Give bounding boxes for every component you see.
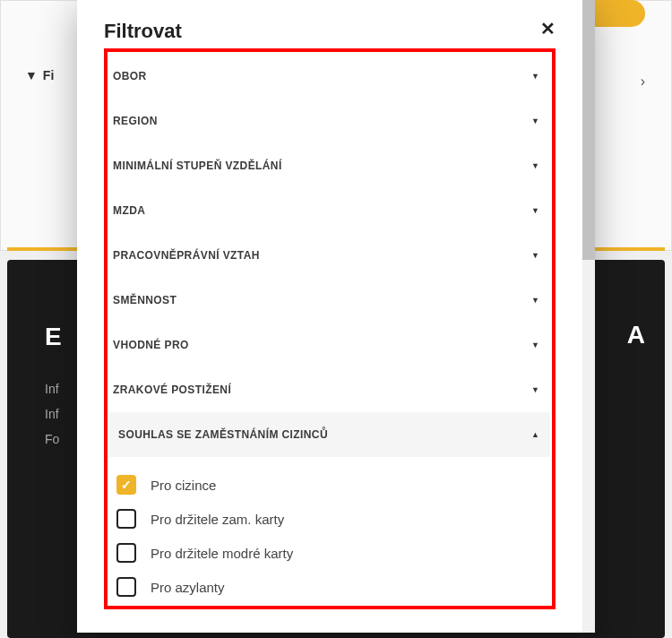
checkbox-label: Pro držitele modré karty [151, 546, 293, 561]
filter-section-toggle[interactable]: VHODNÉ PRO▼ [109, 323, 550, 367]
bg-link[interactable]: Fo [45, 427, 59, 452]
filter-section-toggle[interactable]: ZRAKOVÉ POSTIŽENÍ▼ [109, 367, 550, 412]
modal-scrollbar[interactable]: ▴ [582, 0, 595, 633]
checkbox-icon[interactable] [116, 577, 136, 597]
bg-filter-toggle[interactable]: ▼ Fi [25, 68, 54, 82]
filter-section-label: SOUHLAS SE ZAMĚSTNÁNÍM CIZINCŮ [118, 428, 328, 441]
checkbox-icon[interactable] [116, 509, 136, 529]
filter-icon: ▼ [25, 68, 38, 82]
checkbox-icon[interactable] [116, 543, 136, 563]
bg-link[interactable]: Inf [45, 401, 59, 427]
highlight-region: OBOR▼REGION▼MINIMÁLNÍ STUPEŇ VZDĚLÁNÍ▼MZ… [104, 48, 556, 609]
filter-section-toggle[interactable]: MINIMÁLNÍ STUPEŇ VZDĚLÁNÍ▼ [109, 143, 550, 188]
chevron-down-icon: ▼ [531, 385, 539, 394]
filter-modal: ▴ Filtrovat ✕ OBOR▼REGION▼MINIMÁLNÍ STUP… [77, 0, 595, 633]
filter-section-toggle[interactable]: SOUHLAS SE ZAMĚSTNÁNÍM CIZINCŮ▲ [109, 412, 550, 457]
filter-section-label: OBOR [113, 70, 147, 82]
chevron-down-icon: ▼ [531, 296, 539, 305]
chevron-down-icon: ▼ [531, 72, 539, 81]
checkbox-option[interactable]: Pro azylanty [116, 570, 550, 604]
bg-link[interactable]: Inf [45, 376, 59, 401]
scroll-thumb[interactable] [582, 0, 595, 260]
bg-next-arrow[interactable]: › [641, 73, 645, 90]
checkbox-label: Pro cizince [151, 478, 216, 493]
bg-heading-right: A [627, 321, 645, 349]
close-icon[interactable]: ✕ [540, 20, 556, 38]
modal-title: Filtrovat [104, 20, 182, 43]
bg-footer-links: Inf Inf Fo [45, 376, 59, 452]
modal-header: Filtrovat ✕ [104, 20, 556, 43]
checkbox-option[interactable]: Pro držitele zam. karty [116, 502, 550, 536]
filter-section-label: REGION [113, 115, 158, 127]
bg-heading-left: E [45, 323, 62, 351]
filter-section-toggle[interactable]: REGION▼ [109, 99, 550, 143]
filter-section-label: SMĚNNOST [113, 294, 177, 306]
chevron-down-icon: ▼ [531, 116, 539, 125]
checkbox-label: Pro azylanty [151, 580, 225, 595]
checkbox-option[interactable]: Pro cizince [116, 468, 550, 502]
chevron-down-icon: ▼ [531, 251, 539, 260]
filter-section-label: VHODNÉ PRO [113, 339, 189, 351]
filter-section-toggle[interactable]: OBOR▼ [109, 54, 550, 99]
bg-filter-label: Fi [43, 68, 54, 82]
chevron-down-icon: ▼ [531, 341, 539, 349]
filter-section-label: MZDA [113, 204, 145, 217]
filter-section-label: ZRAKOVÉ POSTIŽENÍ [113, 384, 231, 396]
checkbox-option-list: Pro cizincePro držitele zam. kartyPro dr… [109, 457, 550, 604]
chevron-up-icon: ▲ [531, 430, 539, 439]
checkbox-label: Pro držitele zam. karty [151, 512, 284, 527]
chevron-down-icon: ▼ [531, 206, 539, 215]
filter-section-label: PRACOVNĚPRÁVNÍ VZTAH [113, 249, 260, 262]
filter-section-toggle[interactable]: PRACOVNĚPRÁVNÍ VZTAH▼ [109, 233, 550, 278]
filter-section-label: MINIMÁLNÍ STUPEŇ VZDĚLÁNÍ [113, 160, 282, 172]
checkbox-option[interactable]: Pro držitele modré karty [116, 536, 550, 570]
checkbox-icon[interactable] [116, 475, 136, 495]
chevron-down-icon: ▼ [531, 161, 539, 170]
filter-section-toggle[interactable]: MZDA▼ [109, 188, 550, 233]
filter-section-toggle[interactable]: SMĚNNOST▼ [109, 278, 550, 323]
